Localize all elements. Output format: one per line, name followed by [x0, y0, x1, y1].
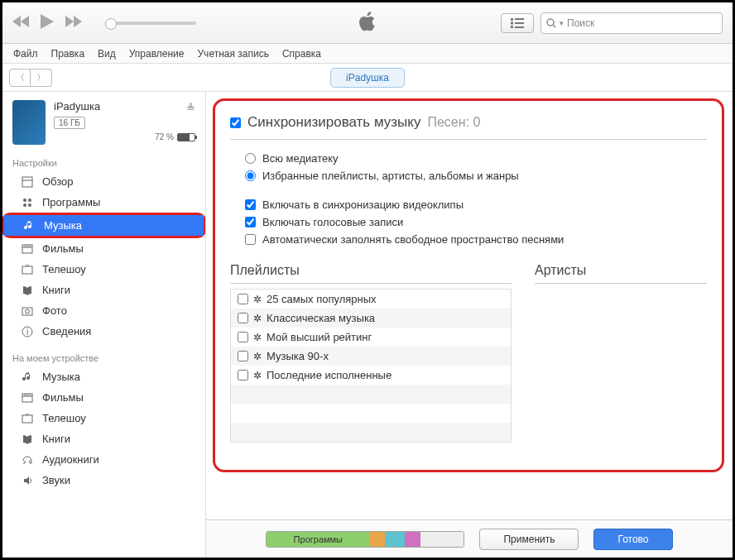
menu-controls[interactable]: Управление — [123, 45, 190, 62]
capacity-seg-free — [420, 532, 464, 547]
sidebar-settings-photos[interactable]: Фото — [2, 300, 205, 321]
svg-rect-16 — [22, 308, 32, 315]
smart-playlist-icon: ✲ — [253, 370, 262, 381]
sync-music-checkbox[interactable] — [230, 117, 241, 128]
sidebar-item-label: Фильмы — [42, 391, 84, 404]
content-pane: Синхронизировать музыку Песен: 0 Всю мед… — [206, 92, 733, 558]
sidebar-ondevice-music[interactable]: Музыка — [2, 366, 205, 387]
capacity-bar: Программы — [266, 531, 464, 548]
music-icon — [21, 371, 34, 383]
playlist-checkbox[interactable] — [238, 332, 248, 342]
playlist-checkbox[interactable] — [238, 313, 248, 323]
sidebar-heading-settings: Настройки — [2, 153, 205, 171]
device-name: iPadушка — [54, 100, 100, 112]
label-entire-library: Всю медиатеку — [262, 152, 339, 165]
sidebar-settings-movies[interactable]: Фильмы — [2, 238, 205, 259]
audiobooks-icon — [21, 454, 34, 466]
svg-point-5 — [28, 199, 31, 202]
playlist-checkbox[interactable] — [238, 351, 248, 361]
svg-rect-25 — [22, 415, 32, 423]
svg-point-17 — [26, 309, 30, 314]
capacity-seg-3 — [385, 532, 405, 547]
svg-point-6 — [23, 203, 26, 207]
check-autofill[interactable] — [245, 234, 256, 245]
sidebar-item-label: Телешоу — [42, 263, 86, 275]
svg-rect-13 — [22, 266, 32, 274]
sidebar-settings-music[interactable]: Музыка — [4, 215, 204, 236]
playlist-row[interactable]: ✲Музыка 90-х — [231, 347, 511, 366]
prev-track-button[interactable] — [12, 16, 29, 31]
battery-icon — [177, 133, 195, 141]
sidebar-settings-books[interactable]: Книги — [2, 280, 205, 300]
tones-icon — [21, 475, 34, 486]
sidebar-item-label: Телешоу — [42, 412, 86, 424]
label-selected-items: Избранные плейлисты, артисты, альбомы и … — [262, 170, 519, 182]
label-include-videos: Включать в синхронизацию видеоклипы — [262, 199, 464, 211]
eject-icon[interactable]: ≜ — [186, 102, 195, 114]
sidebar-ondevice-tones[interactable]: Звуки — [2, 470, 205, 491]
playlist-label: Мой высший рейтинг — [267, 331, 372, 343]
sidebar-item-label: Аудиокниги — [42, 453, 99, 466]
info-icon: i — [21, 326, 34, 337]
svg-point-0 — [547, 19, 554, 26]
sidebar: iPadушка ≜ 16 ГБ 72 % Настройки ОбзорПро… — [2, 92, 206, 558]
list-view-button[interactable] — [501, 13, 534, 33]
books-icon — [21, 433, 34, 445]
playlist-checkbox[interactable] — [238, 294, 248, 304]
device-tab[interactable]: iPadушка — [330, 68, 405, 88]
sync-title: Синхронизировать музыку — [247, 114, 420, 131]
menu-file[interactable]: Файл — [7, 45, 44, 62]
sidebar-item-label: Книги — [42, 284, 70, 296]
navigation-bar: 〈 〉 iPadушка — [2, 64, 733, 92]
tv-icon — [21, 413, 34, 424]
artists-heading: Артисты — [535, 263, 707, 284]
check-include-videos[interactable] — [245, 199, 256, 210]
sidebar-ondevice-books[interactable]: Книги — [2, 428, 205, 449]
playlist-row — [231, 385, 511, 404]
sidebar-settings-info[interactable]: iСведения — [2, 321, 205, 342]
highlight-annotation: Музыка — [2, 213, 206, 238]
menu-view[interactable]: Вид — [92, 45, 122, 62]
menu-help[interactable]: Справка — [276, 45, 327, 62]
playlist-row — [231, 404, 511, 423]
sidebar-settings-apps[interactable]: Программы — [2, 192, 205, 213]
capacity-seg-apps: Программы — [267, 532, 369, 547]
apply-button[interactable]: Применить — [479, 529, 579, 550]
movies-icon — [21, 392, 34, 404]
sidebar-item-label: Музыка — [44, 219, 82, 232]
sidebar-settings-tv[interactable]: Телешоу — [2, 259, 205, 280]
highlight-annotation: Синхронизировать музыку Песен: 0 Всю мед… — [213, 98, 724, 472]
nav-back-button[interactable]: 〈 — [9, 69, 31, 87]
sidebar-ondevice-movies[interactable]: Фильмы — [2, 387, 205, 408]
overview-icon — [21, 176, 34, 188]
menu-account[interactable]: Учетная запись — [192, 45, 275, 62]
playlist-checkbox[interactable] — [238, 370, 248, 381]
nav-forward-button[interactable]: 〉 — [31, 69, 52, 87]
playlist-row[interactable]: ✲Мой высший рейтинг — [231, 328, 511, 347]
radio-entire-library[interactable] — [245, 153, 256, 164]
movies-icon — [21, 243, 34, 255]
label-include-voice: Включать голосовые записи — [262, 216, 403, 228]
search-input[interactable]: ▾ Поиск — [540, 12, 723, 34]
sidebar-ondevice-tv[interactable]: Телешоу — [2, 408, 205, 428]
svg-line-1 — [553, 25, 555, 27]
next-track-button[interactable] — [65, 16, 82, 31]
sidebar-item-label: Сведения — [42, 325, 91, 337]
apps-icon — [21, 197, 34, 208]
check-include-voice[interactable] — [245, 217, 256, 227]
sidebar-settings-overview[interactable]: Обзор — [2, 171, 205, 192]
done-button[interactable]: Готово — [593, 529, 672, 550]
radio-selected-items[interactable] — [245, 170, 256, 181]
device-thumbnail-icon — [12, 100, 46, 145]
sidebar-ondevice-audiobooks[interactable]: Аудиокниги — [2, 449, 205, 470]
play-button[interactable] — [41, 14, 54, 32]
device-header: iPadушка ≜ 16 ГБ 72 % — [2, 92, 205, 150]
playlist-row[interactable]: ✲Последние исполненные — [231, 366, 511, 385]
volume-slider[interactable] — [105, 22, 196, 25]
playlist-row[interactable]: ✲25 самых популярных — [231, 290, 511, 309]
playlist-row[interactable]: ✲Классическая музыка — [231, 309, 511, 328]
bottom-bar: Программы Применить Готово — [206, 519, 733, 558]
label-autofill: Автоматически заполнять свободное простр… — [262, 233, 564, 246]
menu-edit[interactable]: Правка — [46, 45, 91, 62]
playlist-list: ✲25 самых популярных✲Классическая музыка… — [230, 289, 512, 443]
